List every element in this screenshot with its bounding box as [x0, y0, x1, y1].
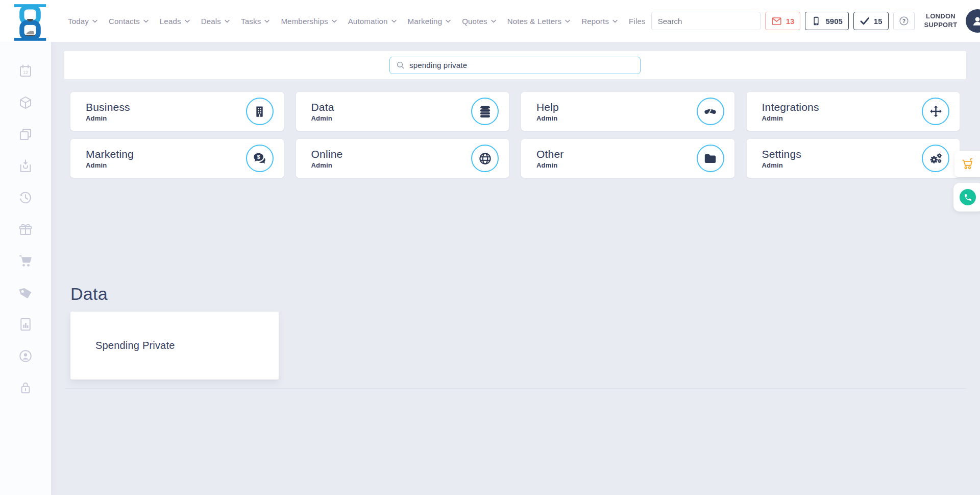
user-name-line1: LONDON: [924, 12, 958, 21]
admin-search-input[interactable]: [409, 61, 634, 69]
left-sidebar: 12: [0, 42, 51, 495]
nav-item-today[interactable]: Today: [62, 13, 103, 30]
history-icon[interactable]: [18, 190, 33, 205]
admin-card-other[interactable]: Other Admin: [521, 139, 734, 178]
calendar-icon[interactable]: 12: [18, 63, 33, 79]
help-button[interactable]: ?: [893, 12, 915, 30]
chevron-down-icon: [185, 19, 190, 23]
phone-circle: [960, 189, 976, 205]
card-text: Integrations Admin: [762, 101, 922, 122]
card-title: Online: [311, 148, 472, 160]
mail-notifications-button[interactable]: 13: [765, 12, 801, 30]
report-chart-icon[interactable]: [18, 317, 33, 332]
price-tag-icon[interactable]: [18, 285, 33, 300]
checkmark-icon: [860, 16, 870, 26]
user-circle-icon[interactable]: [18, 348, 33, 364]
arrows-move-icon: [922, 98, 949, 125]
admin-card-data[interactable]: Data Admin: [296, 92, 509, 131]
admin-card-online[interactable]: Online Admin: [296, 139, 509, 178]
database-icon: [471, 98, 499, 125]
card-subtitle: Admin: [86, 114, 246, 122]
nav-item-notes-letters[interactable]: Notes & Letters: [502, 13, 576, 30]
admin-card-settings[interactable]: Settings Admin: [747, 139, 960, 178]
nav-label: Quotes: [462, 17, 487, 26]
avatar[interactable]: [966, 9, 980, 33]
nav-item-tasks[interactable]: Tasks: [235, 13, 275, 30]
nav-item-files[interactable]: Files: [623, 13, 651, 30]
comments-dollar-icon: $: [246, 145, 274, 172]
nav-label: Memberships: [281, 17, 328, 26]
card-text: Other Admin: [536, 148, 697, 169]
handshake-icon: [697, 98, 724, 125]
question-circle-icon: ?: [898, 15, 910, 27]
results-section-title: Data: [70, 284, 980, 304]
chevron-down-icon: [92, 19, 97, 23]
card-title: Business: [86, 101, 246, 113]
card-subtitle: Admin: [536, 161, 697, 169]
nav-item-reports[interactable]: Reports: [576, 13, 623, 30]
card-subtitle: Admin: [762, 161, 922, 169]
shopping-bag-icon[interactable]: [18, 158, 33, 174]
topbar-right-cluster: 13 5905 15 ? LONDON SUPPORT: [651, 9, 980, 33]
card-title: Settings: [762, 148, 922, 160]
chevron-down-icon: [143, 19, 149, 23]
phone-count: 5905: [825, 17, 842, 26]
admin-card-marketing[interactable]: Marketing Admin $: [70, 139, 284, 178]
admin-search-box: [389, 57, 641, 74]
nav-item-memberships[interactable]: Memberships: [275, 13, 342, 30]
lock-icon[interactable]: [18, 380, 33, 395]
nav-item-deals[interactable]: Deals: [195, 13, 235, 30]
user-name-line2: SUPPORT: [924, 21, 958, 30]
gift-icon[interactable]: [18, 222, 33, 237]
nav-item-leads[interactable]: Leads: [154, 13, 195, 30]
nav-label: Leads: [160, 17, 181, 26]
search-icon: [396, 61, 405, 69]
folder-icon: [697, 145, 724, 172]
card-subtitle: Admin: [86, 161, 246, 169]
hourglass-logo-icon[interactable]: [11, 4, 49, 38]
chevron-down-icon: [446, 19, 451, 23]
cube-icon[interactable]: [18, 95, 33, 110]
svg-text:12: 12: [23, 70, 28, 75]
phone-calls-button[interactable]: 5905: [805, 12, 848, 30]
result-card-spending-private[interactable]: Spending Private: [70, 312, 279, 380]
nav-label: Notes & Letters: [507, 17, 561, 26]
svg-text:?: ?: [902, 18, 905, 24]
card-text: Online Admin: [311, 148, 472, 169]
card-subtitle: Admin: [536, 114, 697, 122]
nav-item-quotes[interactable]: Quotes: [456, 13, 502, 30]
building-icon: [246, 98, 274, 125]
nav-item-automation[interactable]: Automation: [342, 13, 402, 30]
card-text: Business Admin: [86, 101, 246, 122]
card-title: Marketing: [86, 148, 246, 160]
nav-label: Today: [68, 17, 89, 26]
admin-card-help[interactable]: Help Admin: [521, 92, 734, 131]
global-search: [651, 12, 761, 30]
card-text: Help Admin: [536, 101, 697, 122]
nav-label: Marketing: [408, 17, 443, 26]
section-divider: [65, 388, 966, 389]
nav-item-marketing[interactable]: Marketing: [402, 13, 457, 30]
nav-label: Reports: [581, 17, 609, 26]
card-title: Integrations: [762, 101, 922, 113]
cart-icon[interactable]: [18, 253, 33, 269]
floating-phone-widget[interactable]: [953, 183, 980, 211]
task-count: 15: [874, 17, 883, 26]
main-content: Business Admin Data Admin: [51, 0, 980, 389]
global-search-input[interactable]: [652, 17, 761, 26]
cart-icon: [961, 157, 974, 171]
tasks-done-button[interactable]: 15: [853, 12, 889, 30]
card-text: Marketing Admin: [86, 148, 246, 169]
copy-icon[interactable]: [18, 127, 33, 142]
nav-label: Contacts: [109, 17, 140, 26]
admin-cards-grid: Business Admin Data Admin: [70, 92, 960, 178]
user-menu[interactable]: LONDON SUPPORT: [924, 12, 958, 30]
card-title: Data: [311, 101, 472, 113]
chevron-down-icon: [391, 19, 397, 23]
admin-card-integrations[interactable]: Integrations Admin: [747, 92, 960, 131]
chevron-down-icon: [332, 19, 337, 23]
floating-cart-widget[interactable]: [954, 151, 980, 177]
chevron-down-icon: [491, 19, 496, 23]
admin-card-business[interactable]: Business Admin: [70, 92, 284, 131]
nav-item-contacts[interactable]: Contacts: [103, 13, 154, 30]
